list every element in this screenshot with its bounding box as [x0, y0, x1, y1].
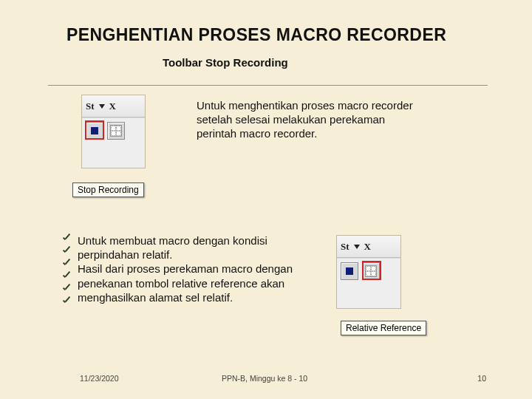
toolbar-figure-relref: St X [336, 235, 401, 309]
footer-date: 11/23/2020 [80, 374, 119, 383]
footer-center: PPN-B, Minggu ke 8 - 10 [222, 374, 307, 383]
toolbar-header-label: St [341, 242, 349, 251]
slide-subtitle: Toolbar Stop Recording [163, 56, 288, 69]
toolbar-header: St X [337, 236, 400, 258]
stop-icon [91, 127, 98, 134]
toolbar-figure-stop: St X [81, 95, 146, 168]
toolbar-header-x: X [364, 242, 371, 251]
dropdown-caret-icon [99, 104, 105, 109]
dropdown-caret-icon [354, 245, 360, 249]
bullet-column [62, 233, 72, 307]
divider [48, 85, 488, 86]
stop-recording-button[interactable] [341, 262, 358, 280]
tooltip-stop-recording: Stop Recording [72, 183, 144, 197]
relative-reference-button[interactable] [107, 122, 125, 140]
check-icon [62, 259, 72, 269]
relative-reference-icon [110, 125, 122, 137]
check-icon [62, 233, 72, 244]
relative-reference-icon [365, 265, 377, 277]
slide-title: PENGHENTIAN PROSES MACRO RECORDER [66, 25, 446, 45]
stop-icon [346, 267, 353, 275]
toolbar-header-x: X [109, 101, 116, 111]
check-icon [62, 296, 72, 307]
toolbar-header-label: St [86, 101, 95, 111]
toolbar-header: St X [82, 95, 145, 117]
check-icon [62, 271, 72, 282]
toolbar-buttons-row [82, 117, 145, 168]
paragraph-relref-desc: Untuk membuat macro dengan kondisi perpi… [78, 233, 307, 304]
check-icon [62, 284, 72, 294]
check-icon [62, 246, 72, 256]
paragraph-stop-desc: Untuk menghentikan proses macro recorder… [197, 98, 426, 141]
toolbar-buttons-row [337, 258, 400, 308]
tooltip-relative-reference: Relative Reference [341, 321, 426, 335]
stop-recording-button[interactable] [86, 122, 103, 140]
footer-page-number: 10 [477, 374, 486, 383]
relative-reference-button[interactable] [362, 262, 380, 280]
